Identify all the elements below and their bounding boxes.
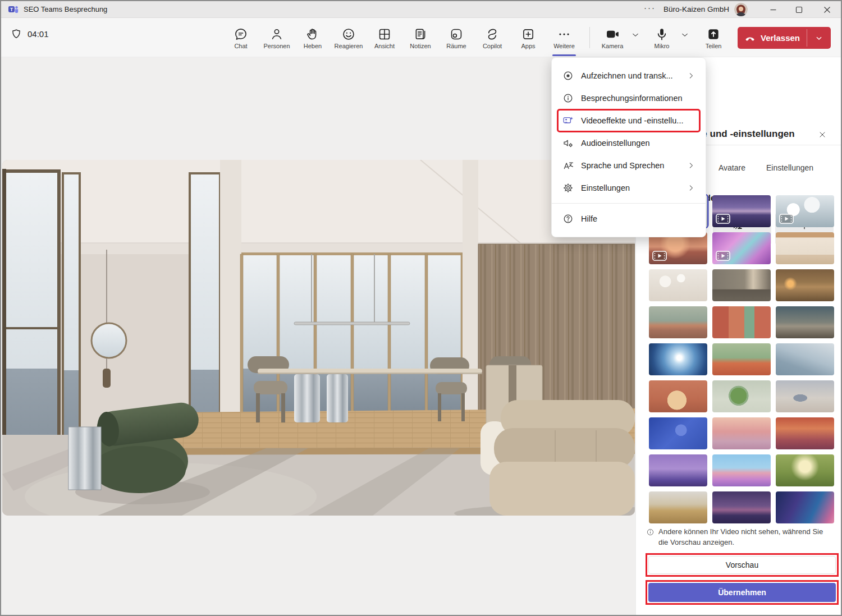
background-thumbnail-terracotta-arch[interactable]	[649, 380, 707, 412]
menu-item-hilfe[interactable]: Hilfe	[557, 208, 700, 230]
background-thumbnail-beige-room[interactable]	[776, 232, 834, 264]
background-thumbnail-cabin-dining[interactable]	[776, 269, 834, 301]
more-icon	[557, 27, 571, 42]
maximize-button[interactable]	[786, 1, 812, 18]
background-thumbnail-scifi-desert[interactable]	[776, 306, 834, 338]
menu-item-audioeinstellungen[interactable]: Audioeinstellungen	[557, 132, 700, 154]
background-thumbnail-flower-arches[interactable]	[712, 343, 771, 375]
toolbar-button-label: Personen	[263, 43, 290, 49]
toolbar-button-heben[interactable]: Heben	[296, 22, 329, 54]
apply-button[interactable]: Übernehmen	[648, 583, 836, 602]
video-badge-icon	[716, 251, 730, 261]
background-thumbnail-white-gallery[interactable]	[649, 269, 707, 301]
preview-note: Andere können Ihr Video nicht sehen, wäh…	[646, 526, 827, 548]
panel-close-button[interactable]	[814, 127, 830, 142]
background-thumbnail-frost-trees[interactable]	[776, 195, 834, 227]
toolbar-button-apps[interactable]: Apps	[512, 22, 544, 54]
microphone-label: Mikro	[655, 43, 670, 49]
rooms-icon	[449, 27, 464, 42]
meeting-toolbar: 04:01 ChatPersonenHebenReagierenAnsichtN…	[1, 18, 841, 57]
copilot-icon	[485, 27, 500, 42]
background-thumbnail-hyperspace[interactable]	[649, 343, 707, 375]
organization-name: Büro-Kaizen GmbH	[663, 5, 729, 13]
toolbar-button-notizen[interactable]: Notizen	[404, 22, 437, 54]
camera-icon	[605, 27, 620, 42]
toolbar-button-personen[interactable]: Personen	[260, 22, 293, 54]
tab-avatare[interactable]: Avatare	[719, 163, 745, 172]
leave-button[interactable]: Verlassen	[738, 27, 807, 49]
leave-options-chevron[interactable]	[807, 27, 831, 49]
menu-item-label: Einstellungen	[581, 183, 679, 192]
window-title: SEO Teams Besprechung	[24, 5, 107, 13]
minimize-button[interactable]	[760, 1, 786, 18]
microphone-button[interactable]: Mikro	[646, 22, 678, 54]
background-thumbnail-plush-rocks[interactable]	[712, 454, 771, 486]
background-thumbnail-futuristic-court[interactable]	[776, 343, 834, 375]
toolbar-button-r-ume[interactable]: Räume	[440, 22, 473, 54]
toolbar-button-label: Notizen	[410, 43, 431, 49]
video-badge-icon	[652, 251, 667, 261]
menu-item-videoeffekte-und-einstellu[interactable]: Videoeffekte und -einstellu...	[557, 109, 700, 132]
gear-icon	[562, 182, 574, 194]
background-thumbnail-fantasy-forest[interactable]	[776, 417, 834, 449]
toolbar-button-reagieren[interactable]: Reagieren	[332, 22, 365, 54]
menu-item-label: Videoeffekte und -einstellu...	[581, 116, 695, 125]
toolbar-button-label: Reagieren	[335, 43, 363, 49]
svg-text:T: T	[10, 7, 13, 12]
background-thumbnail-golden-hills[interactable]	[649, 491, 707, 523]
titlebar-overflow-icon[interactable]: ···	[644, 3, 656, 12]
toolbar-button-label: Räume	[446, 43, 466, 49]
menu-item-label: Besprechungsinformationen	[581, 94, 695, 103]
user-avatar[interactable]	[734, 3, 748, 16]
chevron-right-icon	[687, 161, 695, 170]
toolbar-button-chat[interactable]: Chat	[225, 22, 257, 54]
background-thumbnail-pink-forest[interactable]	[712, 417, 771, 449]
background-thumbnail-aurora-sky[interactable]	[776, 491, 834, 523]
chevron-right-icon	[687, 183, 695, 192]
share-screen-icon	[706, 27, 721, 42]
toolbar-button-copilot[interactable]: Copilot	[476, 22, 509, 54]
microphone-icon	[655, 27, 669, 42]
background-thumbnail-glass-pavilion[interactable]	[649, 306, 707, 338]
toolbar-button-label: Weitere	[553, 43, 575, 49]
notes-icon	[413, 27, 428, 42]
background-thumbnail-circle-window[interactable]	[712, 380, 771, 412]
toolbar-button-label: Chat	[234, 43, 247, 49]
background-thumbnail-coral-room[interactable]	[712, 306, 771, 338]
background-thumbnail-concrete-lounge[interactable]	[712, 269, 771, 301]
toolbar-button-label: Apps	[521, 43, 535, 49]
tab-einstellungen[interactable]: Einstellungen	[766, 163, 813, 172]
microphone-options-chevron[interactable]	[679, 29, 693, 43]
menu-item-label: Aufzeichnen und transk...	[581, 71, 679, 80]
menu-item-label: Sprache und Sprechen	[581, 161, 679, 170]
help-icon	[562, 213, 574, 224]
camera-button[interactable]: Kamera	[596, 22, 629, 54]
background-thumbnail-gray-arch[interactable]	[776, 380, 834, 412]
apps-icon	[521, 27, 536, 42]
background-thumbnail-forest-light[interactable]	[776, 454, 834, 486]
toolbar-button-weitere[interactable]: Weitere	[548, 22, 580, 54]
hand-icon	[305, 27, 320, 42]
video-badge-icon	[716, 214, 730, 224]
meeting-timer: 04:01	[28, 29, 49, 39]
background-thumbnail-purple-reef[interactable]	[649, 454, 707, 486]
background-thumbnail-pink-crystals[interactable]	[712, 232, 771, 264]
toolbar-tools: ChatPersonenHebenReagierenAnsichtNotizen…	[225, 22, 580, 54]
leave-label: Verlassen	[761, 33, 800, 43]
background-thumbnail-dusk-mountains[interactable]	[712, 491, 771, 523]
menu-item-besprechungsinformationen[interactable]: Besprechungsinformationen	[557, 87, 700, 109]
camera-options-chevron[interactable]	[630, 29, 643, 43]
preview-button[interactable]: Vorschau	[648, 556, 836, 574]
toolbar-button-ansicht[interactable]: Ansicht	[368, 22, 401, 54]
background-thumbnail-purple-mountains[interactable]	[712, 195, 771, 227]
menu-item-einstellungen[interactable]: Einstellungen	[557, 177, 700, 199]
more-options-menu: Aufzeichnen und transk...Besprechungsinf…	[551, 57, 706, 237]
background-thumbnail-blue-room[interactable]	[649, 417, 707, 449]
share-button[interactable]: Teilen	[697, 22, 730, 54]
menu-item-sprache-und-sprechen[interactable]: Sprache und Sprechen	[557, 154, 700, 177]
menu-item-aufzeichnen-und-transk[interactable]: Aufzeichnen und transk...	[557, 65, 700, 87]
info-icon	[646, 528, 655, 536]
menu-item-label: Hilfe	[581, 214, 695, 223]
close-window-button[interactable]	[812, 1, 842, 18]
security-shield-icon	[10, 28, 22, 40]
